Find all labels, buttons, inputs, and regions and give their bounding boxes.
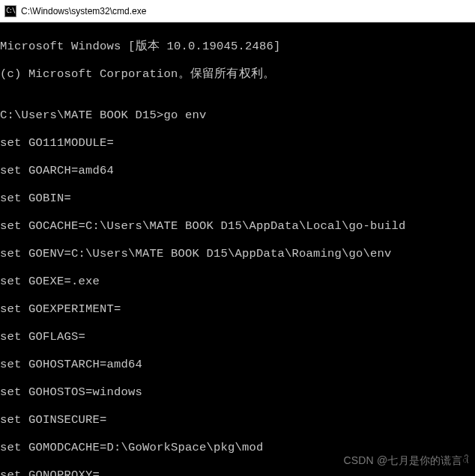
env-line: set GOINSECURE= (0, 413, 475, 427)
window-title: C:\Windows\system32\cmd.exe (21, 6, 146, 16)
terminal-output[interactable]: Microsoft Windows [版本 10.0.19045.2486] (… (0, 22, 475, 476)
env-line: set GO111MODULE= (0, 136, 475, 150)
prompt-line: C:\Users\MATE BOOK D15>go env (0, 109, 475, 123)
env-line: set GOARCH=amd64 (0, 164, 475, 178)
env-line: set GOHOSTARCH=amd64 (0, 358, 475, 372)
env-line: set GOMODCACHE=D:\GoWorkSpace\pkg\mod (0, 441, 475, 455)
env-line: set GOEXE=.exe (0, 275, 475, 289)
watermark: CSDN @七月是你的谎言᭄ (343, 454, 468, 468)
env-line: set GOHOSTOS=windows (0, 385, 475, 400)
env-line: set GONOPROXY= (0, 469, 475, 476)
banner-line: Microsoft Windows [版本 10.0.19045.2486] (0, 40, 475, 54)
banner-line: (c) Microsoft Corporation。保留所有权利。 (0, 67, 475, 82)
cmd-icon: C:\ (4, 5, 16, 17)
env-line: set GOBIN= (0, 192, 475, 206)
env-line: set GOFLAGS= (0, 330, 475, 344)
env-line: set GOENV=C:\Users\MATE BOOK D15\AppData… (0, 247, 475, 261)
env-line: set GOCACHE=C:\Users\MATE BOOK D15\AppDa… (0, 219, 475, 234)
env-line: set GOEXPERIMENT= (0, 302, 475, 317)
window-titlebar[interactable]: C:\ C:\Windows\system32\cmd.exe (0, 0, 475, 22)
